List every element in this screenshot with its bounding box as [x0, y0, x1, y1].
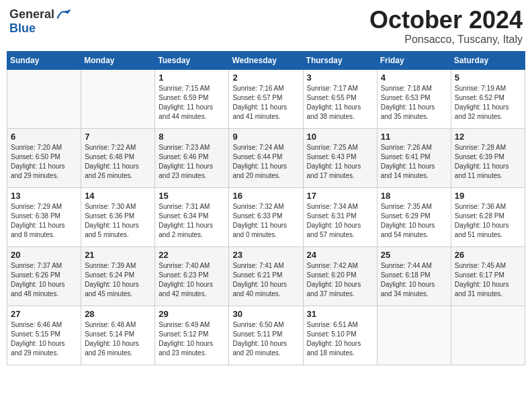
day-number: 24 [307, 250, 373, 260]
day-number: 19 [455, 191, 521, 201]
location-title: Ponsacco, Tuscany, Italy [369, 34, 523, 46]
calendar-cell: 15Sunrise: 7:31 AM Sunset: 6:34 PM Dayli… [155, 187, 229, 246]
calendar-cell: 25Sunrise: 7:44 AM Sunset: 6:18 PM Dayli… [377, 246, 451, 306]
day-info: Sunrise: 7:18 AM Sunset: 6:53 PM Dayligh… [381, 84, 447, 122]
column-header-monday: Monday [81, 51, 155, 69]
header-row: SundayMondayTuesdayWednesdayThursdayFrid… [7, 51, 525, 69]
calendar-cell: 20Sunrise: 7:37 AM Sunset: 6:26 PM Dayli… [7, 246, 81, 306]
calendar-cell: 21Sunrise: 7:39 AM Sunset: 6:24 PM Dayli… [81, 246, 155, 306]
day-info: Sunrise: 7:22 AM Sunset: 6:48 PM Dayligh… [85, 143, 151, 181]
day-info: Sunrise: 7:45 AM Sunset: 6:17 PM Dayligh… [455, 261, 521, 299]
calendar-cell: 11Sunrise: 7:26 AM Sunset: 6:41 PM Dayli… [377, 128, 451, 187]
day-info: Sunrise: 7:19 AM Sunset: 6:52 PM Dayligh… [455, 84, 521, 122]
day-info: Sunrise: 7:34 AM Sunset: 6:31 PM Dayligh… [307, 202, 373, 240]
calendar-cell: 30Sunrise: 6:50 AM Sunset: 5:11 PM Dayli… [229, 306, 303, 365]
day-number: 8 [159, 132, 225, 142]
column-header-saturday: Saturday [451, 51, 525, 69]
calendar-cell: 17Sunrise: 7:34 AM Sunset: 6:31 PM Dayli… [303, 187, 377, 246]
calendar-cell: 1Sunrise: 7:15 AM Sunset: 6:59 PM Daylig… [155, 69, 229, 128]
day-info: Sunrise: 7:28 AM Sunset: 6:39 PM Dayligh… [455, 143, 521, 181]
calendar-cell [7, 69, 81, 128]
logo-general-text: General [9, 7, 54, 21]
day-number: 27 [11, 309, 77, 319]
day-number: 12 [455, 132, 521, 142]
calendar-cell: 29Sunrise: 6:49 AM Sunset: 5:12 PM Dayli… [155, 306, 229, 365]
calendar-cell: 31Sunrise: 6:51 AM Sunset: 5:10 PM Dayli… [303, 306, 377, 365]
day-number: 23 [232, 250, 299, 260]
column-header-wednesday: Wednesday [229, 51, 303, 69]
day-number: 2 [232, 73, 299, 83]
calendar-cell [377, 306, 451, 365]
week-row-4: 20Sunrise: 7:37 AM Sunset: 6:26 PM Dayli… [7, 246, 525, 306]
day-info: Sunrise: 7:24 AM Sunset: 6:44 PM Dayligh… [232, 143, 299, 181]
week-row-1: 1Sunrise: 7:15 AM Sunset: 6:59 PM Daylig… [7, 69, 525, 128]
day-info: Sunrise: 7:41 AM Sunset: 6:21 PM Dayligh… [232, 261, 299, 299]
day-info: Sunrise: 7:44 AM Sunset: 6:18 PM Dayligh… [381, 261, 447, 299]
day-info: Sunrise: 7:35 AM Sunset: 6:29 PM Dayligh… [381, 202, 447, 240]
day-number: 16 [232, 191, 299, 201]
column-header-friday: Friday [377, 51, 451, 69]
calendar-cell: 26Sunrise: 7:45 AM Sunset: 6:17 PM Dayli… [451, 246, 525, 306]
day-number: 30 [232, 309, 299, 319]
day-number: 28 [85, 309, 151, 319]
day-info: Sunrise: 7:37 AM Sunset: 6:26 PM Dayligh… [11, 261, 77, 299]
calendar-cell: 7Sunrise: 7:22 AM Sunset: 6:48 PM Daylig… [81, 128, 155, 187]
day-number: 10 [307, 132, 373, 142]
month-title: October 2024 [369, 7, 523, 34]
day-number: 26 [455, 250, 521, 260]
page-header: General Blue October 2024 Ponsacco, Tusc… [7, 7, 525, 46]
calendar-cell: 9Sunrise: 7:24 AM Sunset: 6:44 PM Daylig… [229, 128, 303, 187]
day-number: 7 [85, 132, 151, 142]
calendar-cell: 3Sunrise: 7:17 AM Sunset: 6:55 PM Daylig… [303, 69, 377, 128]
calendar-cell: 10Sunrise: 7:25 AM Sunset: 6:43 PM Dayli… [303, 128, 377, 187]
calendar-cell: 23Sunrise: 7:41 AM Sunset: 6:21 PM Dayli… [229, 246, 303, 306]
day-number: 25 [381, 250, 447, 260]
day-info: Sunrise: 6:46 AM Sunset: 5:15 PM Dayligh… [11, 320, 77, 358]
day-info: Sunrise: 7:25 AM Sunset: 6:43 PM Dayligh… [307, 143, 373, 181]
day-number: 11 [381, 132, 447, 142]
logo-blue-text: Blue [9, 21, 36, 36]
day-info: Sunrise: 7:29 AM Sunset: 6:38 PM Dayligh… [11, 202, 77, 240]
day-number: 31 [307, 309, 373, 319]
day-number: 1 [159, 73, 225, 83]
day-info: Sunrise: 6:51 AM Sunset: 5:10 PM Dayligh… [307, 320, 373, 358]
calendar-cell: 14Sunrise: 7:30 AM Sunset: 6:36 PM Dayli… [81, 187, 155, 246]
day-number: 17 [307, 191, 373, 201]
day-number: 15 [159, 191, 225, 201]
logo-icon [56, 7, 71, 21]
calendar-cell [81, 69, 155, 128]
day-number: 14 [85, 191, 151, 201]
day-info: Sunrise: 7:32 AM Sunset: 6:33 PM Dayligh… [232, 202, 299, 240]
calendar-cell: 5Sunrise: 7:19 AM Sunset: 6:52 PM Daylig… [451, 69, 525, 128]
day-info: Sunrise: 7:26 AM Sunset: 6:41 PM Dayligh… [381, 143, 447, 181]
calendar-cell: 2Sunrise: 7:16 AM Sunset: 6:57 PM Daylig… [229, 69, 303, 128]
day-number: 22 [159, 250, 225, 260]
week-row-2: 6Sunrise: 7:20 AM Sunset: 6:50 PM Daylig… [7, 128, 525, 187]
calendar-cell: 8Sunrise: 7:23 AM Sunset: 6:46 PM Daylig… [155, 128, 229, 187]
day-info: Sunrise: 7:42 AM Sunset: 6:20 PM Dayligh… [307, 261, 373, 299]
column-header-tuesday: Tuesday [155, 51, 229, 69]
day-info: Sunrise: 6:49 AM Sunset: 5:12 PM Dayligh… [159, 320, 225, 358]
day-number: 20 [11, 250, 77, 260]
day-info: Sunrise: 6:50 AM Sunset: 5:11 PM Dayligh… [232, 320, 299, 358]
title-block: October 2024 Ponsacco, Tuscany, Italy [369, 7, 523, 46]
calendar-cell: 24Sunrise: 7:42 AM Sunset: 6:20 PM Dayli… [303, 246, 377, 306]
week-row-5: 27Sunrise: 6:46 AM Sunset: 5:15 PM Dayli… [7, 306, 525, 365]
calendar-table: SundayMondayTuesdayWednesdayThursdayFrid… [7, 51, 525, 365]
day-info: Sunrise: 7:15 AM Sunset: 6:59 PM Dayligh… [159, 84, 225, 122]
day-number: 9 [232, 132, 299, 142]
day-number: 3 [307, 73, 373, 83]
calendar-cell: 16Sunrise: 7:32 AM Sunset: 6:33 PM Dayli… [229, 187, 303, 246]
day-info: Sunrise: 7:36 AM Sunset: 6:28 PM Dayligh… [455, 202, 521, 240]
day-number: 13 [11, 191, 77, 201]
calendar-cell: 27Sunrise: 6:46 AM Sunset: 5:15 PM Dayli… [7, 306, 81, 365]
calendar-cell [451, 306, 525, 365]
column-header-sunday: Sunday [7, 51, 81, 69]
day-info: Sunrise: 7:39 AM Sunset: 6:24 PM Dayligh… [85, 261, 151, 299]
calendar-cell: 28Sunrise: 6:48 AM Sunset: 5:14 PM Dayli… [81, 306, 155, 365]
day-number: 18 [381, 191, 447, 201]
calendar-cell: 6Sunrise: 7:20 AM Sunset: 6:50 PM Daylig… [7, 128, 81, 187]
day-info: Sunrise: 7:40 AM Sunset: 6:23 PM Dayligh… [159, 261, 225, 299]
day-number: 29 [159, 309, 225, 319]
calendar-cell: 13Sunrise: 7:29 AM Sunset: 6:38 PM Dayli… [7, 187, 81, 246]
